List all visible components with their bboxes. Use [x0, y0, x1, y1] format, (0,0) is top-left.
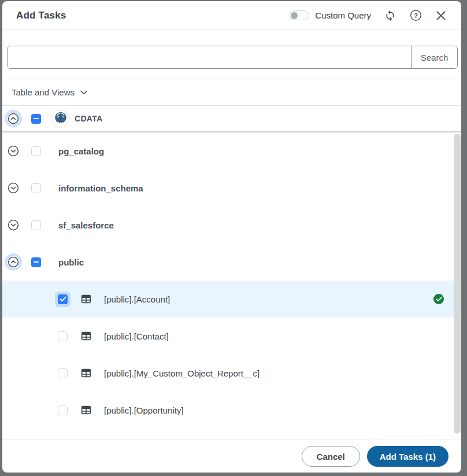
tree-row-table-account[interactable]: [public].[Account]: [2, 281, 461, 318]
search-section: Search: [2, 30, 461, 79]
help-icon[interactable]: ?: [409, 9, 422, 22]
tree-scroll-area: pg_catalog information_schema sf_salesfo…: [2, 132, 461, 440]
refresh-icon[interactable]: [384, 9, 396, 22]
table-icon: [81, 294, 91, 304]
search-button[interactable]: Search: [411, 46, 457, 68]
table-checkbox-wrap: [55, 403, 71, 418]
search-input[interactable]: [8, 46, 411, 68]
schema-checkbox[interactable]: [31, 220, 41, 230]
connection-name: CDATA: [75, 114, 102, 123]
table-icon: [81, 368, 91, 378]
schema-checkbox[interactable]: [31, 146, 41, 156]
table-and-views-dropdown[interactable]: Table and Views: [2, 79, 461, 106]
tree-row-table-opportunity[interactable]: [public].[Opportunity]: [2, 392, 461, 429]
expand-chevron-icon[interactable]: [8, 219, 19, 231]
search-group: Search: [7, 46, 458, 69]
schema-name: public: [58, 257, 84, 267]
schema-name: sf_salesforce: [58, 220, 114, 230]
table-checkbox[interactable]: [58, 294, 68, 304]
table-checkbox-wrap: [55, 366, 71, 381]
table-checkbox[interactable]: [58, 405, 68, 415]
table-name: [public].[My_Custom_Object_Report__c]: [104, 368, 260, 378]
dialog-header: Add Tasks Custom Query ?: [2, 1, 461, 30]
cancel-button[interactable]: Cancel: [302, 446, 360, 467]
check-circle-green-icon: [433, 294, 444, 304]
table-icon: [81, 331, 91, 341]
close-icon[interactable]: [435, 9, 447, 22]
tree-row-table-contact[interactable]: [public].[Contact]: [2, 318, 461, 355]
collapse-chevron-icon[interactable]: [8, 113, 19, 124]
tree-row-table-my-custom-object-report[interactable]: [public].[My_Custom_Object_Report__c]: [2, 355, 461, 392]
connection-checkbox[interactable]: [31, 114, 41, 124]
table-checkbox-halo: [55, 291, 71, 307]
table-checkbox-wrap: [55, 329, 71, 344]
schema-name: information_schema: [58, 183, 143, 193]
table-and-views-label: Table and Views: [12, 87, 75, 97]
add-tasks-button[interactable]: Add Tasks (1): [367, 446, 449, 467]
add-tasks-dialog: Add Tasks Custom Query ?: [2, 1, 461, 473]
table-name: [public].[Contact]: [104, 331, 169, 341]
tree-row-schema-information-schema[interactable]: information_schema: [2, 169, 461, 206]
table-checkbox[interactable]: [58, 368, 68, 378]
dialog-title: Add Tasks: [16, 10, 66, 21]
table-icon: [81, 405, 91, 415]
table-checkbox[interactable]: [58, 331, 68, 341]
schema-checkbox[interactable]: [31, 257, 41, 267]
schema-name: pg_catalog: [58, 146, 104, 156]
collapse-chevron-icon[interactable]: [8, 256, 19, 268]
chevron-down-icon: [80, 90, 88, 95]
tree-row-schema-sf-salesforce[interactable]: sf_salesforce: [2, 206, 461, 243]
custom-query-label: Custom Query: [315, 10, 371, 20]
svg-text:?: ?: [414, 12, 418, 19]
dialog-footer: Cancel Add Tasks (1): [2, 440, 461, 473]
table-name: [public].[Account]: [104, 294, 170, 304]
table-name: [public].[Opportunity]: [104, 405, 184, 415]
custom-query-toggle[interactable]: [289, 10, 309, 20]
tree-row-schema-pg-catalog[interactable]: pg_catalog: [2, 132, 461, 169]
schema-checkbox[interactable]: [31, 183, 41, 193]
toggle-knob: [291, 12, 298, 19]
tree-row-schema-public[interactable]: public: [2, 243, 461, 281]
expand-chevron-icon[interactable]: [8, 182, 19, 194]
scrollbar-thumb[interactable]: [454, 134, 461, 434]
tree-row-connection[interactable]: CDATA: [2, 106, 461, 132]
expand-chevron-icon[interactable]: [8, 145, 19, 157]
postgresql-logo: [51, 109, 70, 128]
